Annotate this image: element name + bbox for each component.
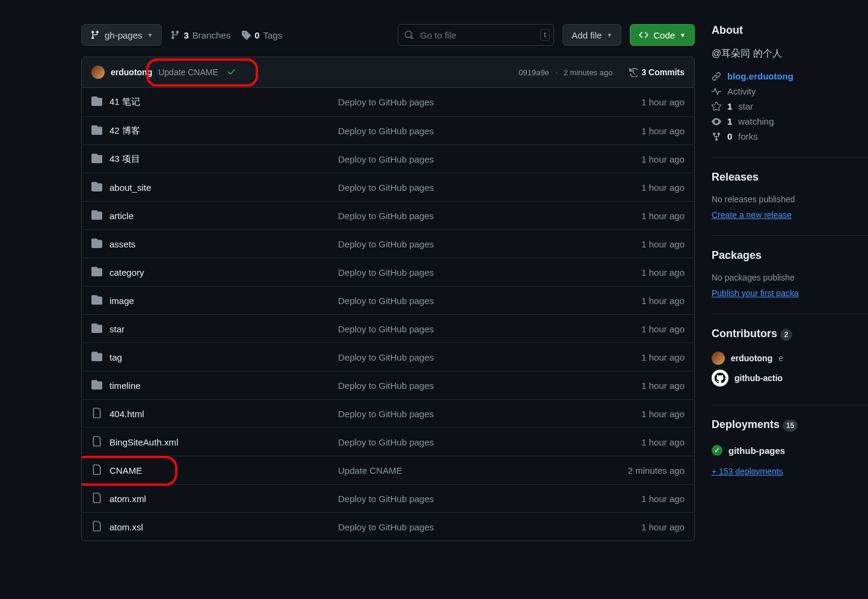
- file-icon: [91, 521, 102, 533]
- file-name[interactable]: CNAME: [91, 464, 338, 477]
- file-row[interactable]: 41 笔记 Deploy to GitHub pages 1 hour ago: [82, 88, 694, 116]
- contributors-heading[interactable]: Contributors 2: [712, 327, 868, 341]
- file-row[interactable]: about_site Deploy to GitHub pages 1 hour…: [82, 173, 694, 201]
- watching-link[interactable]: 1 watching: [712, 114, 868, 129]
- file-row[interactable]: 42 博客 Deploy to GitHub pages 1 hour ago: [82, 116, 694, 144]
- file-row[interactable]: article Deploy to GitHub pages 1 hour ag…: [82, 201, 694, 229]
- file-commit-time: 1 hour ago: [588, 494, 685, 504]
- folder-icon: [91, 238, 102, 250]
- contributor-item[interactable]: erduotong e: [712, 352, 868, 365]
- activity-link[interactable]: Activity: [712, 84, 868, 99]
- file-commit-time: 1 hour ago: [588, 352, 685, 362]
- file-commit-message[interactable]: Deploy to GitHub pages: [338, 182, 588, 193]
- create-release-link[interactable]: Create a new release: [712, 208, 868, 222]
- publish-package-link[interactable]: Publish your first packa: [712, 286, 868, 300]
- file-name[interactable]: atom.xml: [91, 492, 338, 505]
- file-commit-time: 1 hour ago: [588, 380, 685, 391]
- commit-hash[interactable]: 0919a9e: [519, 68, 549, 77]
- file-search-input[interactable]: [420, 30, 534, 40]
- file-name[interactable]: tag: [91, 351, 338, 364]
- add-file-button[interactable]: Add file ▼: [562, 24, 621, 46]
- file-row[interactable]: image Deploy to GitHub pages 1 hour ago: [82, 286, 694, 314]
- caret-down-icon: ▼: [147, 32, 153, 39]
- file-commit-message[interactable]: Deploy to GitHub pages: [338, 211, 588, 221]
- file-name[interactable]: article: [91, 209, 338, 222]
- file-commit-message[interactable]: Deploy to GitHub pages: [338, 437, 588, 447]
- commit-message[interactable]: Update CNAME: [158, 67, 218, 77]
- file-row[interactable]: atom.xsl Deploy to GitHub pages 1 hour a…: [82, 512, 694, 541]
- file-row[interactable]: BingSiteAuth.xml Deploy to GitHub pages …: [82, 427, 694, 456]
- about-heading: About: [712, 24, 868, 37]
- file-commit-message[interactable]: Deploy to GitHub pages: [338, 126, 588, 136]
- file-commit-message[interactable]: Deploy to GitHub pages: [338, 352, 588, 362]
- file-name[interactable]: 42 博客: [91, 125, 338, 137]
- latest-commit-row[interactable]: erduotong Update CNAME 0919a9e · 2 minut…: [82, 57, 694, 88]
- file-row[interactable]: tag Deploy to GitHub pages 1 hour ago: [82, 343, 694, 371]
- stars-link[interactable]: 1 star: [712, 99, 868, 114]
- file-commit-message[interactable]: Deploy to GitHub pages: [338, 267, 588, 278]
- file-name[interactable]: 41 笔记: [91, 96, 338, 108]
- file-row[interactable]: star Deploy to GitHub pages 1 hour ago: [82, 314, 694, 343]
- more-deployments-link[interactable]: + 153 deployments: [712, 464, 868, 479]
- code-icon: [639, 30, 648, 40]
- file-commit-message[interactable]: Deploy to GitHub pages: [338, 380, 588, 391]
- git-branch-icon: [170, 30, 180, 40]
- commit-author[interactable]: erduotong: [111, 67, 152, 77]
- folder-icon: [91, 209, 102, 222]
- website-link[interactable]: blog.erduotong: [712, 69, 868, 84]
- tags-link[interactable]: 0 Tags: [241, 30, 282, 40]
- packages-heading[interactable]: Packages: [712, 249, 868, 262]
- branches-link[interactable]: 3 Branches: [170, 30, 230, 40]
- commits-link[interactable]: 3 Commits: [628, 67, 685, 77]
- caret-down-icon: ▼: [606, 32, 612, 39]
- file-commit-message[interactable]: Deploy to GitHub pages: [338, 296, 588, 306]
- file-name[interactable]: star: [91, 323, 338, 335]
- file-commit-message[interactable]: Deploy to GitHub pages: [338, 409, 588, 419]
- file-name[interactable]: 43 项目: [91, 153, 338, 166]
- file-listing: erduotong Update CNAME 0919a9e · 2 minut…: [81, 57, 695, 541]
- code-button[interactable]: Code ▼: [630, 24, 695, 46]
- file-name[interactable]: about_site: [91, 181, 338, 194]
- file-name[interactable]: timeline: [91, 379, 338, 392]
- folder-icon: [91, 266, 102, 279]
- releases-none: No releases published: [712, 194, 868, 204]
- forks-link[interactable]: 0 forks: [712, 129, 868, 144]
- deployments-heading[interactable]: Deployments 15: [712, 418, 868, 432]
- packages-none: No packages publishe: [712, 273, 868, 282]
- file-row[interactable]: category Deploy to GitHub pages 1 hour a…: [82, 258, 694, 286]
- file-row[interactable]: assets Deploy to GitHub pages 1 hour ago: [82, 229, 694, 258]
- file-commit-time: 1 hour ago: [588, 97, 685, 107]
- file-row[interactable]: 404.html Deploy to GitHub pages 1 hour a…: [82, 399, 694, 427]
- file-name[interactable]: image: [91, 294, 338, 307]
- file-row[interactable]: atom.xml Deploy to GitHub pages 1 hour a…: [82, 484, 694, 512]
- file-name[interactable]: BingSiteAuth.xml: [91, 436, 338, 448]
- file-commit-message[interactable]: Deploy to GitHub pages: [338, 239, 588, 249]
- releases-heading[interactable]: Releases: [712, 171, 868, 184]
- file-commit-message[interactable]: Deploy to GitHub pages: [338, 522, 588, 532]
- check-icon[interactable]: [227, 67, 236, 78]
- file-commit-message[interactable]: Deploy to GitHub pages: [338, 494, 588, 504]
- search-kbd: t: [540, 29, 549, 41]
- file-name[interactable]: atom.xsl: [91, 521, 338, 533]
- commit-time: 2 minutes ago: [564, 68, 613, 77]
- fork-icon: [712, 132, 721, 141]
- repo-toolbar: gh-pages ▼ 3 Branches 0 Tags t: [81, 24, 695, 46]
- file-name[interactable]: category: [91, 266, 338, 279]
- contributor-item[interactable]: github-actio: [712, 370, 868, 386]
- deployments-count: 15: [783, 420, 798, 432]
- file-commit-message[interactable]: Update CNAME: [338, 465, 588, 476]
- file-commit-message[interactable]: Deploy to GitHub pages: [338, 154, 588, 164]
- file-name[interactable]: assets: [91, 238, 338, 250]
- file-commit-time: 1 hour ago: [588, 324, 685, 334]
- file-commit-message[interactable]: Deploy to GitHub pages: [338, 97, 588, 107]
- file-name[interactable]: 404.html: [91, 408, 338, 420]
- file-commit-message[interactable]: Deploy to GitHub pages: [338, 324, 588, 334]
- folder-icon: [91, 294, 102, 307]
- file-row[interactable]: CNAME Update CNAME 2 minutes ago: [82, 456, 694, 484]
- file-row[interactable]: timeline Deploy to GitHub pages 1 hour a…: [82, 371, 694, 399]
- deployment-env[interactable]: ✓ github-pages: [712, 442, 868, 458]
- author-avatar[interactable]: [91, 66, 105, 79]
- branch-switcher[interactable]: gh-pages ▼: [81, 24, 162, 46]
- file-row[interactable]: 43 项目 Deploy to GitHub pages 1 hour ago: [82, 144, 694, 173]
- file-search[interactable]: t: [398, 24, 554, 46]
